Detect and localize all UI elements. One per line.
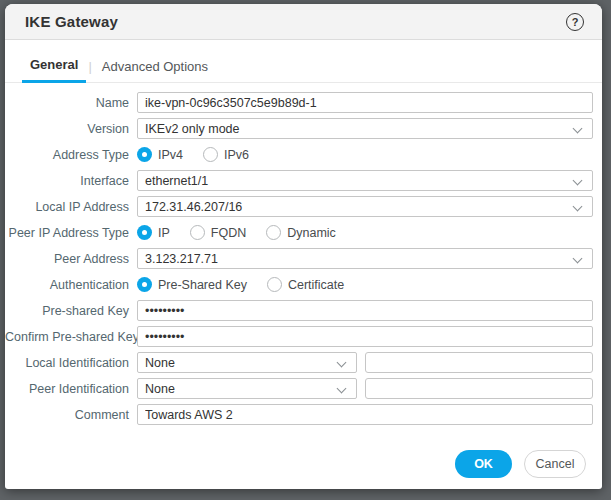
version-row: Version IKEv2 only mode [5, 118, 593, 139]
radio-fqdn-label: FQDN [211, 226, 246, 240]
radio-dynamic[interactable]: Dynamic [266, 225, 336, 240]
radio-ipv6[interactable]: IPv6 [203, 147, 249, 162]
authentication-row: Authentication Pre-Shared Key Certificat… [5, 274, 593, 295]
name-label: Name [5, 96, 137, 110]
pre-shared-key-label: Pre-shared Key [5, 304, 137, 318]
interface-row: Interface ethernet1/1 [5, 170, 593, 191]
local-ip-label: Local IP Address [5, 200, 137, 214]
confirm-pre-shared-key-label: Confirm Pre-shared Key [5, 330, 137, 344]
peer-address-value: 3.123.217.71 [145, 252, 218, 266]
radio-selected-icon [137, 277, 152, 292]
comment-row: Comment [5, 404, 593, 425]
local-ip-value: 172.31.46.207/16 [145, 200, 242, 214]
ok-button[interactable]: OK [455, 450, 512, 478]
tab-advanced-options[interactable]: Advanced Options [94, 55, 216, 82]
radio-ip-label: IP [158, 226, 170, 240]
radio-unselected-icon [267, 277, 282, 292]
chevron-down-icon [337, 358, 347, 368]
radio-certificate[interactable]: Certificate [267, 277, 344, 292]
peer-address-row: Peer Address 3.123.217.71 [5, 248, 593, 269]
radio-ipv4-label: IPv4 [158, 148, 183, 162]
local-identification-input[interactable] [365, 352, 593, 373]
version-select[interactable]: IKEv2 only mode [137, 118, 593, 139]
comment-label: Comment [5, 408, 137, 422]
confirm-pre-shared-key-row: Confirm Pre-shared Key [5, 326, 593, 347]
radio-psk-label: Pre-Shared Key [158, 278, 247, 292]
dialog-footer: OK Cancel [5, 450, 602, 489]
chevron-down-icon [573, 176, 583, 186]
peer-address-label: Peer Address [5, 252, 137, 266]
peer-identification-select[interactable]: None [137, 378, 357, 399]
radio-fqdn[interactable]: FQDN [190, 225, 246, 240]
tab-separator: | [86, 55, 93, 82]
pre-shared-key-input[interactable] [137, 300, 593, 321]
radio-ipv4[interactable]: IPv4 [137, 147, 183, 162]
interface-select[interactable]: ethernet1/1 [137, 170, 593, 191]
local-identification-row: Local Identification None [5, 352, 593, 373]
address-type-label: Address Type [5, 148, 137, 162]
address-type-row: Address Type IPv4 IPv6 [5, 144, 593, 165]
dialog-title: IKE Gateway [25, 13, 566, 30]
chevron-down-icon [337, 384, 347, 394]
peer-address-select[interactable]: 3.123.217.71 [137, 248, 593, 269]
pre-shared-key-row: Pre-shared Key [5, 300, 593, 321]
local-identification-label: Local Identification [5, 356, 137, 370]
radio-certificate-label: Certificate [288, 278, 344, 292]
name-row: Name [5, 92, 593, 113]
chevron-down-icon [573, 254, 583, 264]
tab-general[interactable]: General [22, 53, 86, 83]
ike-gateway-dialog: IKE Gateway ? General | Advanced Options… [5, 4, 602, 489]
interface-label: Interface [5, 174, 137, 188]
peer-ip-type-row: Peer IP Address Type IP FQDN Dynamic [5, 222, 593, 243]
radio-pre-shared-key[interactable]: Pre-Shared Key [137, 277, 247, 292]
radio-unselected-icon [266, 225, 281, 240]
local-identification-select[interactable]: None [137, 352, 357, 373]
general-form: Name Version IKEv2 only mode Address Typ… [5, 92, 602, 430]
help-icon[interactable]: ? [566, 13, 584, 31]
peer-identification-label: Peer Identification [5, 382, 137, 396]
local-ip-row: Local IP Address 172.31.46.207/16 [5, 196, 593, 217]
name-input[interactable] [137, 92, 593, 113]
radio-unselected-icon [203, 147, 218, 162]
interface-value: ethernet1/1 [145, 174, 208, 188]
chevron-down-icon [573, 202, 583, 212]
radio-selected-icon [137, 147, 152, 162]
radio-dynamic-label: Dynamic [287, 226, 336, 240]
peer-identification-value: None [145, 382, 175, 396]
cancel-button[interactable]: Cancel [524, 450, 586, 478]
chevron-down-icon [573, 124, 583, 134]
radio-selected-icon [137, 225, 152, 240]
radio-ipv6-label: IPv6 [224, 148, 249, 162]
radio-unselected-icon [190, 225, 205, 240]
radio-ip[interactable]: IP [137, 225, 170, 240]
tab-bar: General | Advanced Options [5, 53, 602, 83]
dialog-titlebar: IKE Gateway ? [5, 4, 602, 40]
local-ip-select[interactable]: 172.31.46.207/16 [137, 196, 593, 217]
peer-ip-type-label: Peer IP Address Type [5, 226, 137, 240]
authentication-label: Authentication [5, 278, 137, 292]
comment-input[interactable] [137, 404, 593, 425]
version-label: Version [5, 122, 137, 136]
version-value: IKEv2 only mode [145, 122, 240, 136]
confirm-pre-shared-key-input[interactable] [137, 326, 593, 347]
local-identification-value: None [145, 356, 175, 370]
peer-identification-row: Peer Identification None [5, 378, 593, 399]
peer-identification-input[interactable] [365, 378, 593, 399]
